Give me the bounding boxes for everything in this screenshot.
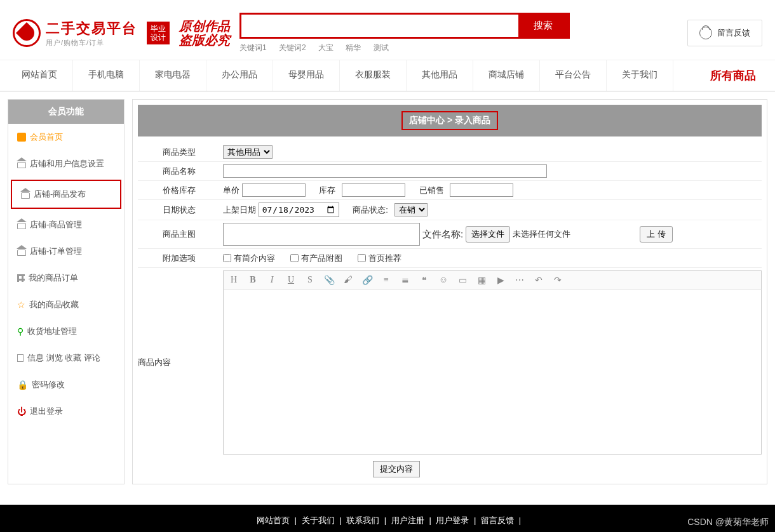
keyword-link[interactable]: 关键词2 xyxy=(279,43,306,52)
brush-icon[interactable]: 🖌 xyxy=(343,275,353,285)
nav-about[interactable]: 关于我们 xyxy=(607,60,673,91)
search-input[interactable] xyxy=(241,15,518,37)
underline-icon[interactable]: U xyxy=(286,275,296,285)
home-icon xyxy=(17,133,26,142)
nav-baby[interactable]: 母婴用品 xyxy=(273,60,340,91)
house-icon xyxy=(17,162,26,168)
undo-icon[interactable]: ↶ xyxy=(534,275,544,285)
label-content: 商品内容 xyxy=(138,270,220,455)
content-editor[interactable] xyxy=(223,289,762,455)
nav-notice[interactable]: 平台公告 xyxy=(540,60,607,91)
upload-button[interactable]: 上 传 xyxy=(640,226,673,243)
label-date-status: 日期状态 xyxy=(138,204,220,216)
footer-link[interactable]: 留言反馈 xyxy=(481,515,514,525)
grid-icon xyxy=(17,274,25,282)
nav-shops[interactable]: 商城店铺 xyxy=(473,60,540,91)
keyword-link[interactable]: 大宝 xyxy=(318,43,334,52)
quote-icon[interactable]: ❝ xyxy=(419,275,429,285)
feedback-button[interactable]: 留言反馈 xyxy=(687,20,762,46)
document-icon xyxy=(17,354,24,362)
sidebar-item-orders[interactable]: 店铺-订单管理 xyxy=(8,238,124,265)
nav-phone[interactable]: 手机电脑 xyxy=(73,60,140,91)
more-icon[interactable]: ⋯ xyxy=(515,275,525,285)
italic-icon[interactable]: I xyxy=(267,275,277,285)
heading-icon[interactable]: H xyxy=(229,275,239,285)
sidebar-item-manage[interactable]: 店铺-商品管理 xyxy=(8,211,124,238)
sidebar-item-info[interactable]: 信息 浏览 收藏 评论 xyxy=(8,345,124,371)
list-icon[interactable]: ≡ xyxy=(381,275,391,285)
attach-icon[interactable]: 📎 xyxy=(324,275,334,285)
sidebar-item-my-orders[interactable]: 我的商品订单 xyxy=(8,265,124,291)
nav-home[interactable]: 网站首页 xyxy=(6,60,73,91)
sidebar-item-logout[interactable]: ⏻ 退出登录 xyxy=(8,398,124,425)
calligraphy: 原创作品 盗版必究 xyxy=(179,19,230,47)
stock-input[interactable] xyxy=(342,183,405,197)
sidebar-item-password[interactable]: 🔒 密码修改 xyxy=(8,371,124,398)
watermark: CSDN @黄菊华老师 xyxy=(687,517,769,528)
footer-link[interactable]: 网站首页 xyxy=(257,515,290,525)
keyword-link[interactable]: 关键词1 xyxy=(239,43,267,52)
sidebar-item-favorites[interactable]: ☆ 我的商品收藏 xyxy=(8,291,124,318)
house-icon xyxy=(21,192,30,199)
checkbox-recommend[interactable]: 首页推荐 xyxy=(358,253,401,264)
sidebar-item-home[interactable]: 会员首页 xyxy=(8,124,124,150)
emoji-icon[interactable]: ☺ xyxy=(438,275,448,285)
list-date-input[interactable] xyxy=(259,203,339,217)
label-sold: 已销售 xyxy=(419,185,444,195)
sidebar-item-publish[interactable]: 店铺-商品发布 xyxy=(11,180,121,209)
main-area: 会员功能 会员首页 店铺和用户信息设置 店铺-商品发布 店铺-商品管理 店铺-订… xyxy=(0,91,775,492)
footer-link[interactable]: 用户登录 xyxy=(436,515,469,525)
product-type-select[interactable]: 其他用品 xyxy=(223,145,273,159)
submit-button[interactable]: 提交内容 xyxy=(373,461,420,477)
sidebar-title: 会员功能 xyxy=(8,100,124,124)
keyword-list: 关键词1 关键词2 大宝 精华 测试 xyxy=(239,43,570,53)
strike-icon[interactable]: S xyxy=(305,275,315,285)
label-type: 商品类型 xyxy=(138,147,220,158)
unit-price-input[interactable] xyxy=(242,183,306,197)
select-file-button[interactable]: 选择文件 xyxy=(466,226,510,243)
label-product-status: 商品状态: xyxy=(353,205,388,215)
image-path-input[interactable] xyxy=(223,223,420,246)
headset-icon xyxy=(699,27,712,39)
footer-link[interactable]: 用户注册 xyxy=(391,515,424,525)
label-main-image: 商品主图 xyxy=(138,229,220,240)
product-status-select[interactable]: 在销 xyxy=(394,203,428,216)
redo-icon[interactable]: ↷ xyxy=(553,275,563,285)
breadcrumb-bar: 店铺中心 > 录入商品 xyxy=(138,105,762,136)
no-file-text: 未选择任何文件 xyxy=(513,229,570,240)
footer-nav: 网站首页 | 关于我们 | 联系我们 | 用户注册 | 用户登录 | 留言反馈 … xyxy=(0,505,775,532)
label-unit-price: 单价 xyxy=(223,185,239,195)
sidebar-item-address[interactable]: ⚲ 收货地址管理 xyxy=(8,318,124,345)
main-nav: 网站首页 手机电脑 家电电器 办公用品 母婴用品 衣服服装 其他用品 商城店铺 … xyxy=(0,60,775,91)
breadcrumb: 店铺中心 > 录入商品 xyxy=(401,111,498,130)
keyword-link[interactable]: 精华 xyxy=(346,43,361,52)
house-icon xyxy=(17,223,26,229)
label-list-date: 上架日期 xyxy=(223,205,256,215)
video-icon[interactable]: ▶ xyxy=(495,275,506,285)
footer-link[interactable]: 关于我们 xyxy=(302,515,335,525)
nav-appliance[interactable]: 家电电器 xyxy=(140,60,206,91)
search-button[interactable]: 搜索 xyxy=(518,15,568,37)
checkbox-intro[interactable]: 有简介内容 xyxy=(223,253,275,264)
header: 二手交易平台 用户/购物车/订单 毕业 设计 原创作品 盗版必究 搜索 关键词1… xyxy=(0,0,775,60)
link-icon[interactable]: 🔗 xyxy=(362,275,372,285)
nav-clothes[interactable]: 衣服服装 xyxy=(340,60,407,91)
bold-icon[interactable]: B xyxy=(248,275,258,285)
footer-link[interactable]: 联系我们 xyxy=(346,515,379,525)
logo-subtitle: 用户/购物车/订单 xyxy=(46,38,137,48)
badge: 毕业 设计 xyxy=(147,22,170,45)
align-icon[interactable]: ≣ xyxy=(400,275,410,285)
lock-icon: 🔒 xyxy=(17,380,28,390)
product-name-input[interactable] xyxy=(223,164,547,178)
nav-all-products[interactable]: 所有商品 xyxy=(698,60,769,91)
table-icon[interactable]: ▦ xyxy=(476,275,487,285)
sold-input[interactable] xyxy=(450,183,513,197)
content-panel: 店铺中心 > 录入商品 商品类型 其他用品 商品名称 xyxy=(132,99,767,484)
logo-icon xyxy=(13,19,41,47)
image-icon[interactable]: ▭ xyxy=(457,275,468,285)
nav-office[interactable]: 办公用品 xyxy=(206,60,273,91)
nav-other[interactable]: 其他用品 xyxy=(407,60,473,91)
checkbox-image[interactable]: 有产品附图 xyxy=(290,253,342,264)
keyword-link[interactable]: 测试 xyxy=(374,43,389,52)
sidebar-item-settings[interactable]: 店铺和用户信息设置 xyxy=(8,150,124,177)
